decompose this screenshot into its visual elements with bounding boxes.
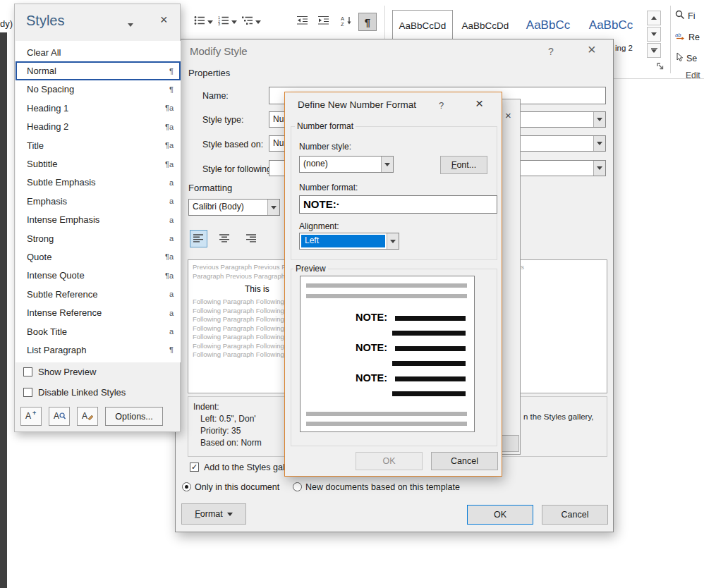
style-item-intense-quote[interactable]: Intense Quote¶a (16, 267, 181, 285)
dialog-title: Modify Style (190, 45, 248, 57)
numbered-line (395, 346, 466, 351)
style-item-subtitle[interactable]: Subtitle¶a (16, 154, 181, 173)
font-dropdown[interactable]: Calibri (Body) (188, 199, 280, 216)
multilevel-list-button[interactable] (238, 13, 265, 31)
style-item-subtle-reference[interactable]: Subtle Referencea (16, 285, 181, 303)
only-this-document-label: Only in this document (195, 482, 279, 492)
align-left-button[interactable] (190, 230, 207, 247)
help-button[interactable]: ? (439, 100, 444, 111)
align-center-button[interactable] (216, 230, 233, 247)
style-gallery-item-normal[interactable]: AaBbCcDd (392, 10, 453, 41)
description-line: Indent: (193, 402, 219, 412)
dialog-title: Define New Number Format (298, 99, 416, 110)
sort-button[interactable]: AZ (337, 13, 356, 31)
cancel-button[interactable]: Cancel (431, 452, 498, 470)
add-to-gallery-label: Add to the Styles galle (204, 463, 291, 472)
gallery-scroll-down-button[interactable] (647, 27, 661, 42)
style-item-intense-emphasis[interactable]: Intense Emphasisa (16, 211, 181, 229)
alignment-dropdown[interactable]: Left (299, 233, 399, 250)
document-text-fragment: dy) (0, 18, 13, 29)
number-format-input[interactable]: NOTE:· (299, 195, 497, 214)
dropdown-arrow-icon[interactable] (593, 161, 605, 176)
number-format-label: Number format: (299, 183, 358, 192)
show-paragraph-marks-button[interactable]: ¶ (358, 13, 377, 31)
dropdown-arrow-icon[interactable] (593, 112, 605, 127)
style-item-heading1[interactable]: Heading 1¶a (16, 99, 181, 117)
new-documents-radio[interactable] (293, 482, 302, 491)
style-item-no-spacing[interactable]: No Spacing¶ (16, 80, 181, 99)
disable-linked-checkbox[interactable] (23, 388, 32, 397)
styles-pane-title: Styles (26, 13, 64, 29)
placeholder-line (306, 412, 467, 416)
dropdown-arrow-icon[interactable] (381, 157, 393, 172)
show-preview-checkbox[interactable] (23, 367, 32, 376)
add-to-gallery-checkbox[interactable]: ✓ (190, 463, 199, 472)
preview-sample-text: This is (245, 284, 269, 294)
bullets-button[interactable] (190, 13, 217, 31)
style-item-book-title[interactable]: Book Titlea (16, 322, 181, 341)
sort-az-icon: AZ (341, 16, 353, 29)
expand-bar-icon (651, 48, 657, 49)
numbered-line (392, 361, 466, 366)
style-item-heading2[interactable]: Heading 2¶a (16, 118, 181, 136)
gallery-scroll-up-button[interactable] (647, 11, 661, 25)
decrease-indent-button[interactable] (293, 13, 312, 31)
style-item-quote[interactable]: Quote¶a (16, 247, 181, 266)
close-button[interactable]: × (588, 42, 596, 58)
pane-close-button[interactable]: × (160, 13, 168, 27)
style-item-intense-reference[interactable]: Intense Referencea (16, 303, 181, 321)
style-inspector-icon: A (53, 410, 66, 423)
styles-dialog-launcher[interactable] (656, 61, 667, 72)
editing-group-label-fragment: Edit (686, 71, 700, 80)
style-item-list-paragraph[interactable]: List Paragraph¶ (16, 341, 181, 359)
close-button[interactable]: × (475, 96, 483, 111)
style-item-emphasis[interactable]: Emphasisa (16, 192, 181, 210)
style-item-strong[interactable]: Stronga (16, 229, 181, 247)
dropdown-arrow-icon[interactable] (267, 200, 279, 215)
close-icon[interactable]: × (505, 109, 511, 121)
new-style-button[interactable]: A+ (20, 407, 42, 426)
number-style-dropdown[interactable]: (none) (299, 156, 394, 173)
align-left-icon (193, 233, 204, 245)
show-preview-label: Show Preview (38, 367, 96, 377)
increase-indent-button[interactable] (315, 13, 333, 31)
style-inspector-button[interactable]: A (49, 407, 70, 426)
pane-menu-chevron-icon[interactable] (128, 23, 133, 27)
numbering-button[interactable]: 123 (214, 13, 241, 31)
font-button[interactable]: Font... (440, 156, 487, 174)
align-right-button[interactable] (243, 230, 260, 247)
style-item-title[interactable]: Title¶a (16, 136, 181, 154)
manage-styles-icon: A (81, 410, 94, 423)
name-label: Name: (202, 91, 229, 101)
svg-text:A: A (54, 411, 59, 421)
placeholder-line (306, 283, 467, 288)
format-button[interactable]: Format (181, 503, 246, 525)
gallery-expand-button[interactable] (647, 43, 661, 58)
dropdown-arrow-icon[interactable] (387, 233, 399, 249)
replace-button[interactable]: ab Re (675, 31, 700, 43)
manage-styles-button[interactable]: A (77, 407, 98, 426)
chevron-down-icon (231, 20, 237, 24)
style-gallery-item-no-spacing[interactable]: AaBbCcDd (455, 10, 516, 41)
options-button[interactable]: Options... (105, 407, 163, 426)
description-line: Priority: 35 (200, 426, 241, 436)
help-button[interactable]: ? (548, 46, 554, 57)
define-number-format-dialog: Define New Number Format ? × Number form… (284, 92, 502, 477)
style-item-clear-all[interactable]: Clear All (16, 43, 181, 61)
style-following-label: Style for following p (202, 164, 279, 174)
dropdown-arrow-icon[interactable] (593, 136, 605, 151)
select-button[interactable]: Se (675, 52, 697, 64)
only-this-document-radio[interactable] (182, 482, 191, 491)
description-fragment-right: n the Styles gallery, (523, 412, 594, 421)
style-item-normal[interactable]: Normal¶ (16, 61, 181, 80)
cancel-button[interactable]: Cancel (542, 505, 608, 525)
style-gallery-item-heading2[interactable]: AaBbCc (581, 10, 641, 41)
replace-icon: ab (675, 31, 686, 43)
style-gallery-item-heading1[interactable]: AaBbCc (518, 10, 578, 41)
preview-note-label: NOTE: (356, 342, 387, 353)
numbering-button-partial[interactable] (502, 435, 519, 452)
style-item-subtle-emphasis[interactable]: Subtle Emphasisa (16, 173, 181, 192)
ok-button[interactable]: OK (356, 452, 423, 470)
ok-button[interactable]: OK (467, 505, 533, 525)
find-button[interactable]: Fi (675, 10, 695, 22)
